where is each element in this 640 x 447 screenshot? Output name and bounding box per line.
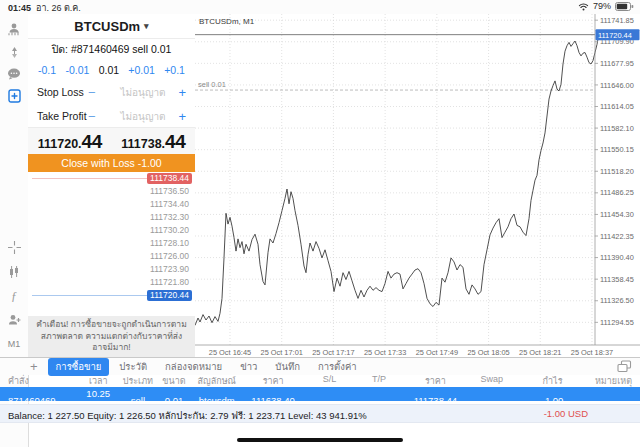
trade-panel: BTCUSDm ▾ ปิด: #871460469 sell 0.01 -0.1… <box>28 14 196 357</box>
close-position-button[interactable]: Close with Loss -1.00 <box>28 154 195 172</box>
current-price-tag-label: 111720.44 <box>598 31 632 40</box>
ladder-price: 111736.50 <box>150 186 189 196</box>
clock: 01:45 <box>8 3 31 13</box>
price-ladder-row[interactable]: 111728.10 <box>28 237 195 250</box>
tab-trade[interactable]: การซื้อขาย <box>48 358 110 376</box>
x-tick-label: 25 Oct 16:45 <box>209 348 251 357</box>
y-tick-label: 111390.40 <box>600 253 634 262</box>
column-header: ราคา <box>242 374 305 388</box>
bid-price-tag: 111720.44 <box>147 290 192 301</box>
chat-icon[interactable] <box>0 65 28 83</box>
take-profit-label: Take Profit <box>37 110 88 122</box>
column-header: สัญลักษณ์ <box>192 374 242 388</box>
lot-nudge-button[interactable]: -0.1 <box>38 64 56 76</box>
price-ladder-row[interactable]: 111736.50 <box>28 185 195 198</box>
stop-loss-increase-button[interactable]: + <box>172 85 186 100</box>
floating-profit: -1.00 USD <box>544 408 588 419</box>
symbol-selector[interactable]: BTCUSDm ▾ <box>28 14 195 39</box>
price-ladder-row[interactable]: 111726.00 <box>28 250 195 263</box>
ladder-price: 111730.20 <box>150 225 189 235</box>
chevron-down-icon: ▾ <box>144 21 149 31</box>
tab-settings[interactable]: การตั้งค่า <box>310 358 365 376</box>
home-indicator[interactable] <box>237 438 403 442</box>
y-tick-label: 111326.50 <box>600 296 634 305</box>
column-header: คำสั่ง <box>0 374 77 388</box>
y-tick-label: 111550.15 <box>600 145 634 154</box>
ask-price[interactable]: 111738.44 <box>121 131 185 153</box>
add-tab-button[interactable]: + <box>30 360 38 373</box>
lot-nudge-button[interactable]: +0.1 <box>164 64 185 76</box>
status-left: 01:45 อา. 26 ต.ค. <box>8 1 81 15</box>
lot-nudge-button[interactable]: +0.01 <box>128 64 155 76</box>
column-header: S/L <box>305 374 355 388</box>
y-tick-label: 111646.00 <box>600 81 634 90</box>
price-ladder-row[interactable]: 111721.80 <box>28 276 195 289</box>
bid-ask-band: 111720.44 111738.44 <box>28 127 195 156</box>
price-line-series <box>195 39 598 325</box>
stop-loss-value: ไม่อนุญาต <box>114 85 172 100</box>
price-chart[interactable]: sell 0.01111741.85111709.90111677.951116… <box>195 14 640 357</box>
y-tick-label: 111422.35 <box>600 232 634 241</box>
trade-arrows-icon[interactable] <box>0 43 28 61</box>
price-ladder-row[interactable]: 111723.90 <box>28 263 195 276</box>
window-layout-icon[interactable] <box>617 360 632 373</box>
x-tick-label: 25 Oct 17:17 <box>312 348 354 357</box>
ladder-price: 111723.90 <box>150 264 189 274</box>
bid-price[interactable]: 111720.44 <box>38 131 102 153</box>
column-header: Swap <box>467 374 517 388</box>
chart-symbol-label: BTCUSDm, M1 <box>199 17 254 26</box>
timeframe-button[interactable]: M1 <box>0 335 28 353</box>
ladder-price: 111734.40 <box>150 199 189 209</box>
metatrader-app: 01:45 อา. 26 ต.ค. 79% <box>0 0 640 447</box>
price-ladder-row[interactable]: 111734.40 <box>28 198 195 211</box>
ask-price-tag: 111738.44 <box>147 173 192 184</box>
lot-nudge-row: -0.1-0.010.01+0.01+0.1 <box>28 60 195 80</box>
bid-price-line <box>32 295 148 296</box>
ladder-price: 111726.00 <box>150 251 189 261</box>
bottom-tab-bar: + การซื้อขายประวัติกล่องจดหมายข่าวบันทึก… <box>0 357 640 375</box>
lot-nudge-button[interactable]: -0.01 <box>65 64 89 76</box>
quotes-icon[interactable] <box>0 20 28 38</box>
tab-journal[interactable]: บันทึก <box>267 358 308 376</box>
symbol-name: BTCUSDm <box>74 19 140 34</box>
objects-icon[interactable] <box>0 311 28 329</box>
column-header: ราคา <box>404 374 467 388</box>
crosshair-icon[interactable] <box>0 238 28 256</box>
ask-price-line <box>32 178 148 179</box>
battery-icon <box>615 2 634 11</box>
execution-warning: คำเตือน! การซื้อขายจะถูกดำเนินการตามสภาพ… <box>28 316 195 357</box>
price-ladder-row[interactable]: 111738.44 <box>28 172 195 185</box>
tab-mailbox[interactable]: กล่องจดหมาย <box>157 358 230 376</box>
lot-value: 0.01 <box>99 64 119 76</box>
column-header: ประเภท <box>120 374 156 388</box>
new-order-icon[interactable] <box>0 87 28 105</box>
tab-history[interactable]: ประวัติ <box>111 358 155 376</box>
take-profit-decrease-button[interactable]: − <box>88 109 114 124</box>
balance-summary: Balance: 1 227.50 Equity: 1 226.50 หลักป… <box>8 408 367 423</box>
column-header: กำไร <box>517 374 589 388</box>
ladder-price: 111721.80 <box>150 277 189 287</box>
tabs-group: การซื้อขายประวัติกล่องจดหมายข่าวบันทึกกา… <box>48 358 367 376</box>
account-summary-bar: Balance: 1 227.50 Equity: 1 226.50 หลักป… <box>0 404 640 423</box>
price-ladder-row[interactable]: 111732.30 <box>28 211 195 224</box>
take-profit-increase-button[interactable]: + <box>172 109 186 124</box>
y-tick-label: 111582.10 <box>600 124 634 133</box>
price-ladder: 111738.44111736.50111734.40111732.301117… <box>28 172 195 302</box>
stop-loss-decrease-button[interactable]: − <box>88 85 114 100</box>
column-header: เวลา <box>77 374 120 388</box>
y-tick-label: 111677.95 <box>600 59 634 68</box>
take-profit-value: ไม่อนุญาต <box>114 109 172 124</box>
column-header: ขนาด <box>156 374 192 388</box>
date: อา. 26 ต.ค. <box>36 1 81 15</box>
x-tick-label: 25 Oct 18:21 <box>519 348 561 357</box>
chart-panel[interactable]: sell 0.01111741.85111709.90111677.951116… <box>195 14 640 357</box>
y-tick-label: 111518.20 <box>600 167 634 176</box>
indicators-candles-icon[interactable] <box>0 263 28 281</box>
function-icon[interactable]: ƒ <box>0 287 28 305</box>
price-ladder-row[interactable]: 111730.20 <box>28 224 195 237</box>
orders-table-row-selected[interactable]: 87146046910.25 18:36sell0.01btcusdm11163… <box>0 387 640 401</box>
tab-news[interactable]: ข่าว <box>232 358 265 376</box>
open-position-label: sell 0.01 <box>198 80 226 89</box>
column-header: หมายเหตุ <box>589 374 640 388</box>
price-ladder-row[interactable]: 111720.44 <box>28 289 195 302</box>
